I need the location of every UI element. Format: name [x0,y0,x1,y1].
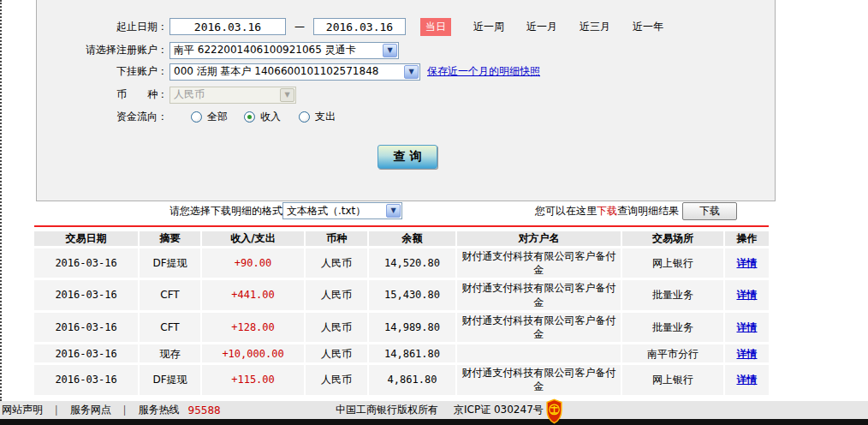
footer-copyright-text: 中国工商银行版权所有 [336,403,438,417]
cell-counterparty: 财付通支付科技有限公司客户备付金 [456,364,621,395]
detail-link[interactable]: 详情 [737,289,758,301]
cell-place: 网上银行 [621,364,724,395]
radio-icon[interactable] [299,111,310,123]
quick-range-today[interactable]: 当日 [420,18,451,36]
date-range-dash: — [294,21,305,33]
download-button[interactable]: 下载 [682,202,737,220]
download-inline-link[interactable]: 下载 [597,205,617,217]
flow-radio-income[interactable]: 收入 [244,110,281,124]
footer-links: 网站声明 ｜ 服务网点 ｜ 服务热线 95588 [0,403,221,417]
cell-summary: CFT [139,311,201,343]
icp-shield-icon [545,398,563,424]
download-format-value: 文本格式（.txt） [283,204,385,218]
download-format-select[interactable]: 文本格式（.txt） ▼ [282,202,402,219]
table-row: 2016-03-16 CFT +441.00 人民币 15,430.80 财付通… [34,279,769,311]
cell-balance: 14,520.80 [368,248,456,279]
col-header-place: 交易场所 [621,231,724,248]
chevron-down-icon[interactable]: ▼ [383,44,397,57]
cell-balance: 14,989.80 [368,311,456,343]
query-form-panel: 起止日期： — 当日 近一周 近一月 近三月 近一年 请选择注册账户： 南平 6… [36,0,776,201]
currency-value: 人民币 [170,87,279,102]
flow-expense-label: 支出 [315,110,336,124]
cell-place: 批量业务 [621,279,724,311]
footer-copyright: 中国工商银行版权所有 京ICP证 030247号 [336,401,544,419]
register-account-row: 请选择注册账户： 南平 6222001406100921065 灵通卡 ▼ [37,41,775,59]
cell-summary: DF提现 [139,364,201,395]
download-hint: 您可以在这里下载查询明细结果 [535,204,679,218]
save-snapshot-link[interactable]: 保存近一个月的明细快照 [427,64,540,79]
currency-label: 币 种： [37,87,169,102]
sub-account-row: 下挂账户： 000 活期 基本户 1406600101102571848 ▼ 保… [37,63,775,81]
transaction-table-section: 交易日期 摘要 收入/支出 币种 余额 对方户名 交易场所 操作 2016-03… [34,225,769,395]
cell-currency: 人民币 [305,248,368,279]
detail-link[interactable]: 详情 [737,257,758,269]
date-range-label: 起止日期： [37,20,169,34]
footer-separator: ｜ [51,403,62,417]
cell-date: 2016-03-16 [34,344,139,364]
left-frame-border [0,0,2,401]
radio-icon[interactable] [191,111,202,123]
col-header-amount: 收入/支出 [201,231,305,248]
date-range-row: 起止日期： — 当日 近一周 近一月 近三月 近一年 [37,18,775,35]
cell-balance: 15,430.80 [368,279,456,311]
currency-row: 币 种： 人民币 ▼ [37,86,775,104]
cell-amount: +441.00 [201,279,305,311]
cell-summary: CFT [139,279,201,311]
chevron-down-icon[interactable]: ▼ [404,65,419,79]
radio-checked-icon[interactable] [244,111,255,123]
cell-balance: 14,861.80 [368,344,456,364]
col-header-currency: 币种 [305,231,368,248]
chevron-down-icon: ▼ [280,88,294,102]
table-row: 2016-03-16 DF提现 +115.00 人民币 4,861.80 财付通… [34,364,769,395]
cell-summary: DF提现 [139,248,201,279]
quick-range-month[interactable]: 近一月 [526,20,557,34]
download-format-label: 请您选择下载明细的格式 [169,204,282,218]
table-row: 2016-03-16 CFT +128.00 人民币 14,989.80 财付通… [34,311,769,343]
cell-counterparty: 财付通支付科技有限公司客户备付金 [456,248,621,279]
col-header-balance: 余额 [368,231,456,248]
quick-range-week[interactable]: 近一周 [473,20,504,34]
fund-flow-label: 资金流向： [37,110,169,124]
cell-counterparty [456,344,621,364]
footer-link-statement[interactable]: 网站声明 [2,403,43,417]
register-account-select[interactable]: 南平 6222001406100921065 灵通卡 ▼ [169,42,399,59]
col-header-summary: 摘要 [139,231,201,248]
footer-icp-text: 京ICP证 030247号 [454,403,544,417]
quick-range-quarter[interactable]: 近三月 [580,20,610,34]
register-account-label: 请选择注册账户： [37,43,169,57]
table-row: 2016-03-16 现存 +10,000.00 人民币 14,861.80 南… [34,344,769,364]
cell-currency: 人民币 [305,364,368,395]
quick-range-year[interactable]: 近一年 [633,20,663,34]
cell-counterparty: 财付通支付科技有限公司客户备付金 [456,279,621,311]
cell-date: 2016-03-16 [34,279,139,311]
sub-account-value: 000 活期 基本户 1406600101102571848 [170,64,403,79]
detail-link[interactable]: 详情 [737,321,758,333]
flow-radio-all[interactable]: 全部 [191,110,228,124]
currency-select-disabled: 人民币 ▼ [169,87,296,104]
cell-summary: 现存 [139,344,201,364]
flow-all-label: 全部 [207,110,228,124]
chevron-down-icon[interactable]: ▼ [386,204,401,218]
detail-link[interactable]: 详情 [737,348,758,360]
end-date-input[interactable] [313,18,406,35]
detail-link[interactable]: 详情 [737,374,758,386]
footer-hotline-number: 95588 [188,404,221,416]
sub-account-label: 下挂账户： [37,64,169,79]
transaction-table: 交易日期 摘要 收入/支出 币种 余额 对方户名 交易场所 操作 2016-03… [34,231,769,395]
register-account-value: 南平 6222001406100921065 灵通卡 [170,43,382,57]
flow-radio-expense[interactable]: 支出 [299,110,336,124]
cell-place: 南平市分行 [621,344,724,364]
footer-bar: 网站声明 ｜ 服务网点 ｜ 服务热线 95588 中国工商银行版权所有 京ICP… [0,401,868,419]
table-row: 2016-03-16 DF提现 +90.00 人民币 14,520.80 财付通… [34,248,769,279]
col-header-date: 交易日期 [34,231,139,248]
cell-currency: 人民币 [305,279,368,311]
footer-link-branches[interactable]: 服务网点 [70,403,111,417]
table-top-red-line [34,225,769,227]
query-button[interactable]: 查 询 [378,145,437,169]
download-hint-suffix: 查询明细结果 [617,205,679,217]
flow-income-label: 收入 [260,110,281,124]
cell-date: 2016-03-16 [34,311,139,343]
download-row: 请您选择下载明细的格式 文本格式（.txt） ▼ 您可以在这里下载查询明细结果 … [36,201,868,221]
start-date-input[interactable] [169,18,286,35]
sub-account-select[interactable]: 000 活期 基本户 1406600101102571848 ▼ [169,63,420,81]
